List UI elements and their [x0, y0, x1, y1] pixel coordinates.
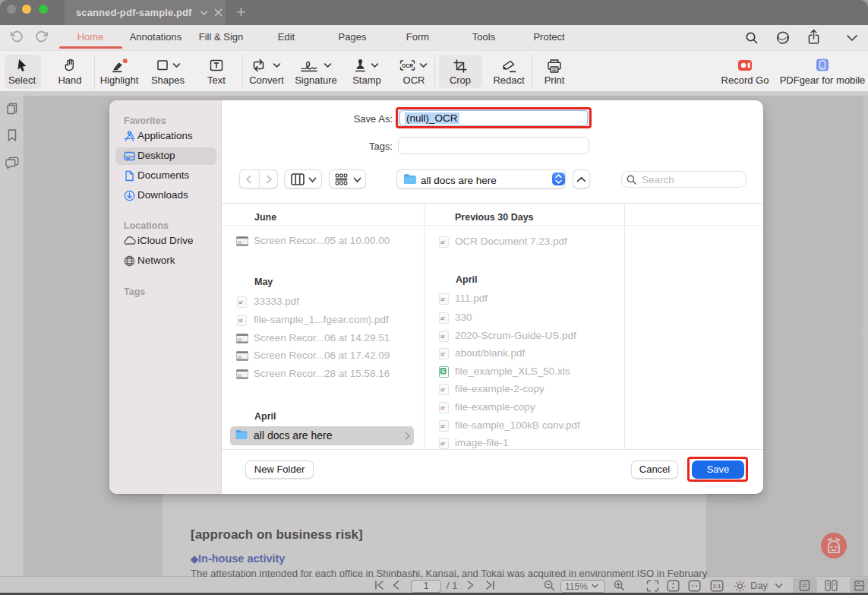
- svg-text:S: S: [441, 369, 445, 374]
- svg-text:OCR: OCR: [402, 63, 413, 68]
